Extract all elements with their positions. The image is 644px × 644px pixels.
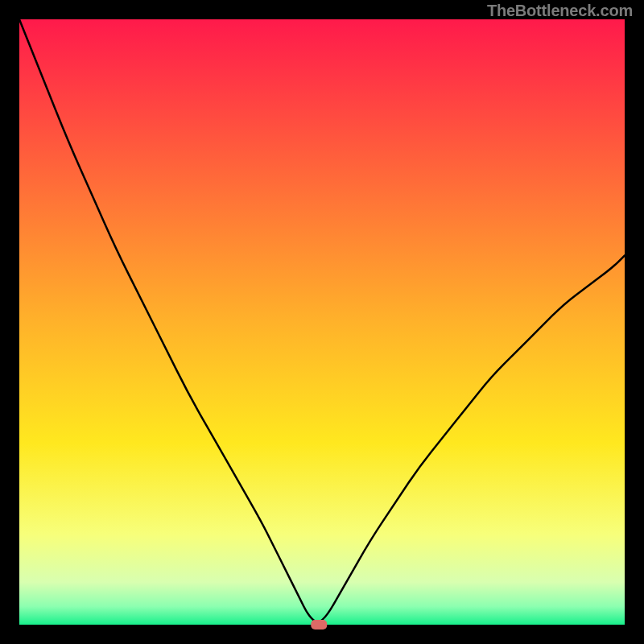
- plot-background: [19, 19, 625, 625]
- bottleneck-chart: [0, 0, 644, 644]
- optimal-marker: [311, 620, 327, 630]
- watermark-text: TheBottleneck.com: [487, 2, 633, 20]
- chart-frame: TheBottleneck.com: [0, 0, 644, 644]
